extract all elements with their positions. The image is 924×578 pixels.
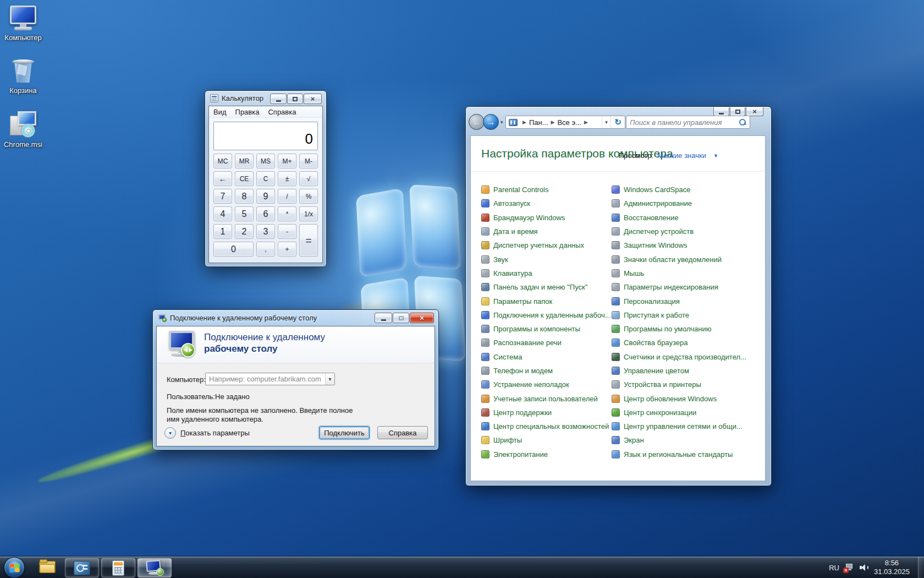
control-panel-item[interactable]: Шрифты (481, 433, 608, 447)
control-panel-item[interactable]: Защитник Windows (612, 238, 760, 252)
menu-edit[interactable]: Правка (235, 108, 260, 116)
start-button[interactable] (4, 557, 25, 578)
search-icon[interactable] (739, 118, 746, 126)
volume-icon[interactable] (860, 564, 868, 571)
control-panel-item[interactable]: Parental Controls (481, 183, 608, 197)
calc-button[interactable]: % (299, 189, 318, 204)
calc-button[interactable]: 1/x (299, 206, 318, 221)
calc-button[interactable]: CE (235, 171, 254, 186)
maximize-button[interactable] (287, 94, 303, 104)
control-panel-item[interactable]: Диспетчер устройств (612, 225, 760, 238)
show-desktop-button[interactable] (918, 557, 924, 578)
calc-button[interactable]: / (278, 189, 296, 204)
control-panel-item[interactable]: Электропитание (481, 448, 608, 461)
control-panel-item[interactable]: Звук (481, 252, 608, 266)
calc-button[interactable]: 1 (213, 224, 232, 239)
control-panel-item[interactable]: Устранение неполадок (481, 378, 608, 391)
control-panel-item[interactable]: Клавиатура (481, 266, 608, 280)
control-panel-item[interactable]: Параметры папок (481, 294, 608, 308)
computer-combobox[interactable]: Например: computer.fabrikam.com ▾ (205, 373, 335, 385)
close-button[interactable]: × (410, 313, 434, 323)
control-panel-item[interactable]: Панель задач и меню "Пуск" (481, 280, 608, 294)
chevron-down-icon[interactable]: ▾ (325, 373, 334, 385)
show-options-toggle[interactable]: ▾ Показать параметры (164, 427, 250, 439)
calc-button[interactable]: - (278, 224, 296, 239)
search-box[interactable]: Поиск в панели управления (626, 116, 750, 129)
control-panel-item[interactable]: Телефон и модем (481, 364, 608, 378)
control-panel-item[interactable]: Автозапуск (481, 197, 608, 210)
control-panel-item[interactable]: Windows CardSpace (612, 183, 760, 197)
address-dropdown-icon[interactable]: ▾ (602, 116, 610, 128)
calc-button[interactable]: 2 (235, 224, 254, 239)
calc-button[interactable]: 6 (256, 206, 275, 221)
refresh-icon[interactable]: ↻ (610, 116, 625, 128)
taskbar-calculator-button[interactable] (101, 558, 135, 577)
control-panel-item[interactable]: Программы и компоненты (481, 322, 608, 336)
network-icon[interactable]: × (845, 564, 854, 571)
view-selector[interactable]: Мелкие значки (657, 151, 706, 160)
control-panel-item[interactable]: Управление цветом (612, 364, 760, 378)
minimize-button[interactable] (375, 313, 392, 323)
calc-button[interactable]: = (299, 224, 318, 257)
calc-button[interactable]: 3 (256, 224, 275, 239)
control-panel-item[interactable]: Мышь (612, 266, 760, 280)
control-panel-item[interactable]: Система (481, 350, 608, 364)
menu-help[interactable]: Справка (268, 108, 296, 116)
control-panel-item[interactable]: Центр поддержки (481, 406, 608, 419)
calc-button[interactable]: MC (213, 154, 232, 168)
taskbar-explorer-button[interactable] (35, 558, 59, 577)
control-panel-item[interactable]: Устройства и принтеры (612, 378, 760, 391)
breadcrumb-control-panel[interactable]: Пан... (529, 118, 548, 127)
taskbar-rdp-button[interactable] (138, 558, 172, 577)
control-panel-item[interactable]: Центр специальных возможностей (481, 419, 608, 433)
chevron-down-icon[interactable]: ▼ (713, 153, 718, 159)
forward-button[interactable]: → (483, 114, 499, 130)
control-panel-item[interactable]: Восстановление (612, 211, 760, 225)
back-button[interactable]: ← (469, 114, 485, 130)
control-panel-item[interactable]: Счетчики и средства производител... (612, 350, 760, 364)
rdp-titlebar[interactable]: Подключение к удаленному рабочему столу … (153, 310, 438, 326)
calc-button[interactable]: MS (256, 154, 275, 168)
desktop-icon-chrome-msi[interactable]: Chrome.msi (0, 110, 50, 149)
calc-button[interactable]: C (256, 171, 275, 186)
control-panel-item[interactable]: Центр управления сетями и общи... (612, 419, 760, 433)
control-panel-item[interactable]: Язык и региональные стандарты (612, 448, 760, 461)
control-panel-item[interactable]: Программы по умолчанию (612, 322, 760, 336)
calc-button[interactable]: ± (278, 171, 296, 186)
control-panel-item[interactable]: Свойства браузера (612, 336, 760, 350)
chevron-down-icon[interactable]: ▾ (164, 427, 176, 439)
calc-button[interactable]: 9 (256, 189, 275, 204)
breadcrumb-all-items[interactable]: Все э... (557, 118, 581, 127)
calc-button[interactable]: √ (299, 171, 318, 186)
desktop-icon-recycle-bin[interactable]: Корзина (0, 57, 50, 95)
calc-button[interactable]: M- (299, 154, 318, 168)
history-chevron-icon[interactable]: ▾ (501, 119, 503, 125)
calc-button[interactable]: 8 (235, 189, 254, 204)
calc-button[interactable]: ← (213, 171, 232, 186)
control-panel-item[interactable]: Диспетчер учетных данных (481, 238, 608, 252)
calc-button[interactable]: + (278, 242, 296, 257)
control-panel-item[interactable]: Приступая к работе (612, 308, 760, 322)
control-panel-item[interactable]: Распознавание речи (481, 336, 608, 350)
control-panel-item[interactable]: Экран (612, 433, 760, 447)
control-panel-item[interactable]: Центр обновления Windows (612, 391, 760, 405)
calc-button[interactable]: 7 (213, 189, 232, 204)
calc-button[interactable]: , (256, 242, 275, 257)
calc-button[interactable]: * (278, 206, 296, 221)
calc-button[interactable]: MR (235, 154, 254, 168)
address-bar[interactable]: ▶ Пан... ▶ Все э... ▶ ▾ ↻ (505, 116, 625, 129)
calc-button[interactable]: M+ (278, 154, 296, 168)
control-panel-item[interactable]: Дата и время (481, 225, 608, 238)
calc-button[interactable]: 0 (213, 242, 254, 257)
connect-button[interactable]: Подключить (319, 426, 370, 439)
calculator-titlebar[interactable]: Калькулятор × (205, 91, 326, 106)
control-panel-item[interactable]: Брандмауэр Windows (481, 211, 608, 225)
taskbar-control-panel-button[interactable] (65, 558, 99, 577)
desktop-icon-computer[interactable]: Компьютер (0, 6, 50, 42)
menu-view[interactable]: Вид (213, 108, 227, 116)
minimize-button[interactable] (270, 94, 287, 104)
control-panel-item[interactable]: Параметры индексирования (612, 280, 760, 294)
calc-button[interactable]: 5 (235, 206, 254, 221)
language-indicator[interactable]: RU (829, 564, 839, 572)
close-button[interactable]: × (304, 94, 322, 104)
